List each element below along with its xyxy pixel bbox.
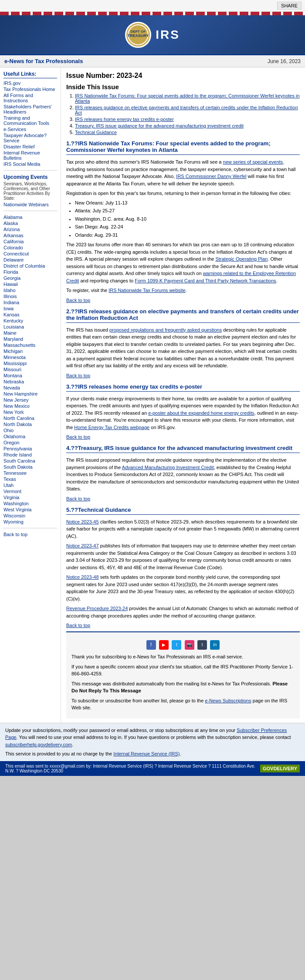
section1-back-to-top[interactable]: Back to top — [66, 298, 300, 303]
footer-enews-link[interactable]: e-News Subscriptions — [205, 698, 251, 703]
section4-back-to-top[interactable]: Back to top — [66, 496, 300, 501]
sidebar-link-training[interactable]: Training and Communication Tools — [3, 115, 57, 126]
sidebar-state-massachusetts[interactable]: Massachusetts — [3, 342, 57, 348]
toc-link-5[interactable]: Technical Guidance — [75, 130, 117, 135]
sidebar-back-to-top[interactable]: Back to top — [3, 532, 57, 537]
sidebar-state-oklahoma[interactable]: Oklahoma — [3, 434, 57, 439]
sidebar-state-wisconsin[interactable]: Wisconsin — [3, 513, 57, 518]
toc-link-2[interactable]: IRS releases guidance on elective paymen… — [75, 105, 298, 115]
sidebar-state-dc[interactable]: District of Columbia — [3, 263, 57, 268]
sidebar-link-irsgov[interactable]: IRS.gov — [3, 81, 57, 86]
sidebar-state-north-carolina[interactable]: North Carolina — [3, 416, 57, 421]
sidebar-link-disaster[interactable]: Disaster Relief — [3, 144, 57, 149]
linkedin-icon[interactable]: in — [210, 640, 220, 650]
sidebar-state-west-virginia[interactable]: West Virginia — [3, 507, 57, 512]
section1-link-forums[interactable]: IRS Nationwide Tax Forums website — [108, 288, 185, 293]
youtube-icon[interactable]: ▶ — [159, 640, 169, 650]
sidebar-state-ohio[interactable]: Ohio — [3, 428, 57, 433]
sidebar-state-arkansas[interactable]: Arkansas — [3, 233, 57, 238]
section5-back-to-top[interactable]: Back to top — [66, 623, 300, 628]
sidebar-state-colorado[interactable]: Colorado — [3, 245, 57, 250]
sidebar-state-rhode-island[interactable]: Rhode Island — [3, 452, 57, 457]
irs-link[interactable]: Internal Revenue Service (IRS) — [113, 751, 180, 756]
sidebar-state-new-york[interactable]: New York — [3, 409, 57, 415]
sidebar-state-maine[interactable]: Maine — [3, 330, 57, 336]
section1-link-events[interactable]: new series of special events — [223, 159, 283, 164]
section3-back-to-top[interactable]: Back to top — [66, 434, 300, 440]
sidebar-state-indiana[interactable]: Indiana — [3, 300, 57, 305]
sidebar-state-wyoming[interactable]: Wyoming — [3, 519, 57, 524]
sidebar-state-new-hampshire[interactable]: New Hampshire — [3, 391, 57, 396]
subscriberhelp-link[interactable]: subscriberhelp.govdelivery.com — [5, 742, 72, 747]
sidebar-state-north-dakota[interactable]: North Dakota — [3, 422, 57, 427]
section1-link-plan[interactable]: Strategic Operating Plan — [215, 256, 268, 262]
sidebar-state-alabama[interactable]: Alabama — [3, 215, 57, 220]
subscriber-prefs-link[interactable]: Subscriber Preferences Page — [5, 728, 287, 740]
notice-2023-47-link[interactable]: Notice 2023-47 — [66, 543, 99, 548]
sidebar-state-kansas[interactable]: Kansas — [3, 312, 57, 317]
section2-body1: The IRS has issued proposed regulations … — [66, 326, 300, 369]
section2-link-regs[interactable]: proposed regulations and frequently aske… — [109, 327, 222, 332]
sidebar-state-nevada[interactable]: Nevada — [3, 385, 57, 390]
sidebar-state-south-carolina[interactable]: South Carolina — [3, 458, 57, 463]
twitter-icon[interactable]: t — [172, 640, 181, 650]
sidebar-state-kentucky[interactable]: Kentucky — [3, 318, 57, 323]
sidebar-state-florida[interactable]: Florida — [3, 269, 57, 275]
sidebar-state-idaho[interactable]: Idaho — [3, 288, 57, 293]
sidebar-state-utah[interactable]: Utah — [3, 483, 57, 488]
sidebar-state-illinois[interactable]: Illinois — [3, 294, 57, 299]
sidebar-link-stakeholders[interactable]: Stakeholders Partners' Headliners — [3, 104, 57, 114]
sidebar-state-new-jersey[interactable]: New Jersey — [3, 397, 57, 403]
sidebar-state-washington[interactable]: Washington — [3, 501, 57, 506]
sidebar-state-mississippi[interactable]: Mississippi — [3, 361, 57, 366]
sidebar-link-bulletins[interactable]: Internal Revenue Bulletins — [3, 150, 57, 161]
toc-link-4[interactable]: Treasury, IRS issue guidance for the adv… — [75, 123, 244, 128]
sidebar-state-tennessee[interactable]: Tennessee — [3, 470, 57, 476]
sidebar-state-south-dakota[interactable]: South Dakota — [3, 464, 57, 470]
share-button[interactable]: SHARE — [277, 2, 302, 10]
sidebar-state-oregon[interactable]: Oregon — [3, 440, 57, 445]
section1-link-1099k[interactable]: Form 1099-K Payment Card and Third Party… — [135, 278, 276, 283]
sidebar-state-virginia[interactable]: Virginia — [3, 495, 57, 500]
sidebar-state-nebraska[interactable]: Nebraska — [3, 379, 57, 384]
sidebar-state-michigan[interactable]: Michigan — [3, 349, 57, 354]
sidebar-state-new-mexico[interactable]: New Mexico — [3, 403, 57, 409]
section2-back-to-top[interactable]: Back to top — [66, 373, 300, 378]
rev-proc-2023-24-link[interactable]: Revenue Procedure 2023-24 — [66, 606, 128, 611]
sidebar-link-tax-professionals-home[interactable]: Tax Professionals Home — [3, 87, 57, 92]
sidebar-state-connecticut[interactable]: Connecticut — [3, 251, 57, 256]
sidebar-state-pennsylvania[interactable]: Pennsylvania — [3, 446, 57, 451]
sidebar-state-delaware[interactable]: Delaware — [3, 257, 57, 262]
sidebar-link-eservices[interactable]: e-Services — [3, 127, 57, 132]
list-item: Atlanta: July 25-27 — [75, 207, 300, 215]
sidebar-link-social[interactable]: IRS Social Media — [3, 161, 57, 167]
sidebar-state-texas[interactable]: Texas — [3, 477, 57, 482]
sidebar-state-montana[interactable]: Montana — [3, 373, 57, 378]
sidebar-nationwide-webinars[interactable]: Nationwide Webinars — [3, 202, 57, 207]
section3-link-poster[interactable]: e-poster about the expanded home energy … — [148, 410, 254, 416]
section1-link-commissioner[interactable]: IRS Commissioner Danny Werfel — [176, 174, 246, 179]
notice-2023-45-link[interactable]: Notice 2023-45 — [66, 519, 99, 524]
section4-link-credit[interactable]: Advanced Manufacturing Investment Credit — [122, 465, 214, 470]
sidebar-state-georgia[interactable]: Georgia — [3, 275, 57, 281]
instagram-icon[interactable]: 📷 — [185, 640, 194, 650]
toc-link-1[interactable]: IRS Nationwide Tax Forums: Four special … — [75, 93, 300, 104]
sidebar-link-taxpayer-advocate[interactable]: Taxpayer Advocate?Service — [3, 133, 57, 143]
tumblr-icon[interactable]: t — [197, 640, 207, 650]
sidebar-link-forms[interactable]: All Forms and Instructions — [3, 93, 57, 103]
notice-2023-48-link[interactable]: Notice 2023-48 — [66, 574, 99, 580]
sidebar-state-minnesota[interactable]: Minnesota — [3, 355, 57, 360]
sidebar-state-vermont[interactable]: Vermont — [3, 489, 57, 494]
sidebar-state-arizona[interactable]: Arizona — [3, 227, 57, 232]
section5-heading: 5.??Technical Guidance — [66, 507, 300, 515]
sidebar-state-louisiana[interactable]: Louisiana — [3, 324, 57, 329]
sidebar-state-iowa[interactable]: Iowa — [3, 306, 57, 311]
sidebar-state-maryland[interactable]: Maryland — [3, 336, 57, 342]
sidebar-state-alaska[interactable]: Alaska — [3, 221, 57, 226]
sidebar-state-hawaii[interactable]: Hawaii — [3, 282, 57, 287]
facebook-icon[interactable]: f — [146, 640, 156, 650]
sidebar-state-missouri[interactable]: Missouri — [3, 367, 57, 372]
sidebar-state-california[interactable]: California — [3, 239, 57, 244]
toc-link-3[interactable]: IRS releases home energy tax credits e-p… — [75, 117, 174, 122]
section3-link-webpage[interactable]: Home Energy Tax Credits webpage — [74, 425, 149, 430]
